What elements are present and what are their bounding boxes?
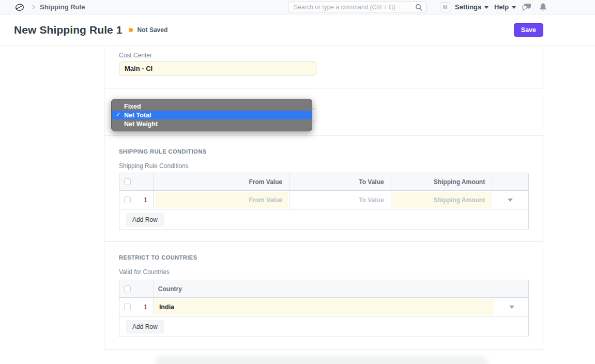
- row-expand-icon: [508, 199, 513, 202]
- chat-icon[interactable]: [522, 3, 531, 11]
- app-window: Shipping Rule M Settings Help: [0, 0, 595, 364]
- row-expand-button[interactable]: [492, 191, 528, 209]
- checkmark-icon: ✓: [116, 111, 120, 118]
- bottom-shadow: [155, 356, 489, 364]
- countries-table-row: 1 India: [119, 298, 528, 316]
- conditions-section-heading: SHIPPING RULE CONDITIONS: [119, 148, 207, 155]
- countries-table-header: Country: [119, 280, 528, 298]
- cost-center-label: Cost Center: [119, 52, 152, 59]
- page-header: New Shipping Rule 1 Not Saved Save: [0, 14, 595, 46]
- row-checkbox[interactable]: [124, 196, 131, 203]
- save-button[interactable]: Save: [514, 23, 543, 37]
- global-search[interactable]: [288, 2, 426, 12]
- select-option-fixed[interactable]: Fixed: [112, 102, 312, 111]
- navbar: Shipping Rule M Settings Help: [0, 0, 595, 14]
- shipping-amount-input[interactable]: Shipping Amount: [392, 192, 491, 208]
- section-divider: [104, 241, 543, 242]
- col-header-shipping-amount: Shipping Amount: [391, 173, 493, 190]
- row-checkbox[interactable]: [124, 304, 131, 310]
- section-divider: [104, 88, 543, 88]
- select-all-checkbox[interactable]: [124, 285, 131, 292]
- section-divider: [104, 135, 543, 136]
- breadcrumb-shipping-rule[interactable]: Shipping Rule: [40, 0, 85, 14]
- search-input[interactable]: [288, 2, 426, 12]
- row-index: 1: [144, 304, 147, 311]
- row-expand-icon: [509, 306, 514, 309]
- row-expand-button[interactable]: [495, 298, 528, 316]
- settings-label: Settings: [455, 3, 481, 11]
- row-index: 1: [144, 196, 147, 204]
- col-header-to-value: To Value: [289, 173, 391, 190]
- app-logo-icon[interactable]: [14, 2, 25, 12]
- conditions-table-row: 1 From Value To Value Shipping Amount: [119, 191, 528, 209]
- help-menu[interactable]: Help: [494, 0, 516, 14]
- not-saved-dot-icon: [129, 28, 133, 32]
- page-title: New Shipping Rule 1: [14, 24, 123, 36]
- countries-table-footer: Add Row: [119, 316, 528, 337]
- settings-menu[interactable]: Settings: [455, 0, 489, 14]
- search-icon: [415, 4, 422, 11]
- avatar[interactable]: M: [440, 2, 450, 12]
- conditions-table: From Value To Value Shipping Amount 1 Fr…: [119, 173, 529, 230]
- countries-section-heading: RESTRICT TO COUNTRIES: [119, 254, 197, 261]
- conditions-table-footer: Add Row: [119, 209, 528, 230]
- select-all-checkbox[interactable]: [124, 178, 131, 185]
- add-row-button[interactable]: Add Row: [126, 320, 164, 333]
- caret-down-icon: [484, 6, 489, 9]
- select-dropdown-popup: Fixed ✓ Net Total Net Weight: [111, 99, 312, 131]
- status-badge: Not Saved: [138, 26, 168, 34]
- caret-down-icon: [512, 6, 516, 9]
- countries-field-label: Valid for Countries: [119, 268, 170, 276]
- select-option-net-weight[interactable]: Net Weight: [112, 119, 312, 128]
- to-value-input[interactable]: To Value: [291, 192, 389, 208]
- col-header-country: Country: [154, 280, 495, 297]
- breadcrumb-chevron-icon: [30, 4, 36, 10]
- country-input[interactable]: India: [155, 299, 494, 315]
- conditions-table-header: From Value To Value Shipping Amount: [119, 173, 528, 191]
- add-row-button[interactable]: Add Row: [126, 213, 164, 226]
- form-body: Cost Center Main - CI Fixed ✓ Net Total …: [104, 46, 543, 350]
- countries-table: Country 1 India Add Row: [119, 280, 529, 337]
- select-option-net-total[interactable]: ✓ Net Total: [112, 111, 312, 119]
- col-header-from-value: From Value: [154, 173, 289, 190]
- select-option-net-total-label: Net Total: [124, 112, 151, 119]
- conditions-field-label: Shipping Rule Conditions: [119, 162, 189, 170]
- cost-center-input[interactable]: Main - CI: [119, 62, 316, 75]
- help-label: Help: [494, 3, 509, 11]
- from-value-input[interactable]: From Value: [155, 192, 288, 208]
- bell-icon[interactable]: [539, 3, 547, 11]
